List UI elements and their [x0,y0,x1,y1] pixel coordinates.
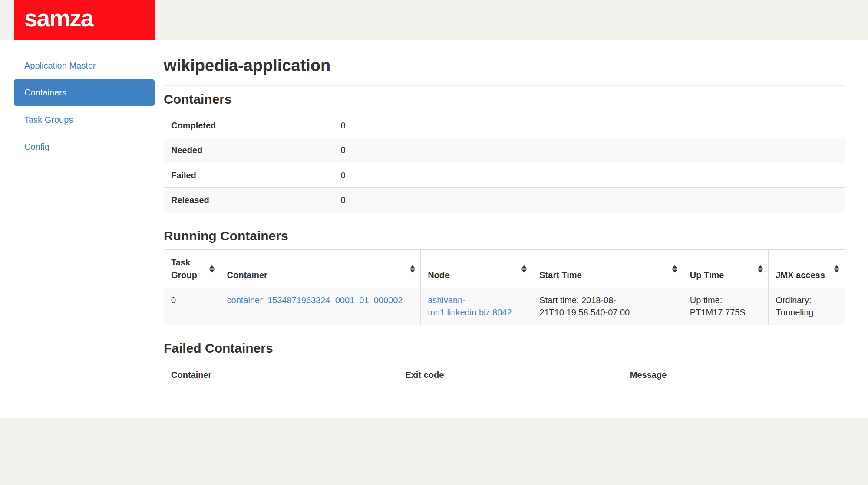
jmx-access-cell: Ordinary: Tunneling: [769,288,845,325]
containers-heading: Containers [164,92,845,107]
column-header-label: Container [227,270,267,280]
sort-icon [410,265,415,272]
summary-value-needed: 0 [333,138,845,163]
sort-icon [758,265,763,272]
sidebar-item-containers[interactable]: Containers [14,79,155,105]
table-row: Needed 0 [164,138,845,163]
summary-label-failed: Failed [164,163,333,187]
samza-logo[interactable]: samza [14,0,155,40]
container-link[interactable]: container_1534871963324_0001_01_000002 [227,295,403,305]
top-bar: samza [0,0,868,40]
page-footer [0,418,868,485]
content: wikipedia-application Containers Complet… [164,52,845,418]
summary-value-released: 0 [333,188,845,213]
table-row: Released 0 [164,188,845,213]
column-header-jmx-access[interactable]: JMX access [769,250,845,288]
node-cell: ashivann-mn1.linkedin.biz:8042 [421,288,532,325]
containers-summary-table: Completed 0 Needed 0 Failed 0 Released 0 [164,113,845,213]
table-header-row: Container Exit code Message [164,362,845,388]
failed-containers-table: Container Exit code Message [164,362,845,388]
column-header-label: Task Group [171,258,197,279]
table-row: Completed 0 [164,113,845,138]
column-header-task-group[interactable]: Task Group [164,250,220,288]
column-header-container[interactable]: Container [220,250,421,288]
table-row: Failed 0 [164,163,845,187]
summary-value-completed: 0 [333,113,845,138]
summary-label-released: Released [164,188,333,213]
column-header-up-time[interactable]: Up Time [683,250,769,288]
page-title: wikipedia-application [164,56,845,76]
summary-value-failed: 0 [333,163,845,187]
sidebar-item-task-groups[interactable]: Task Groups [14,107,155,133]
column-header-node[interactable]: Node [421,250,532,288]
sidebar-item-application-master[interactable]: Application Master [14,52,155,79]
running-container-row: 0 container_1534871963324_0001_01_000002… [164,288,845,325]
samza-logo-text: samza [14,7,93,34]
column-header-start-time[interactable]: Start Time [532,250,683,288]
sort-icon [672,265,677,272]
failed-containers-heading: Failed Containers [164,341,845,356]
sidebar-item-config[interactable]: Config [14,134,155,160]
column-header-exit-code: Exit code [398,362,623,388]
sidebar: Application Master Containers Task Group… [14,52,155,418]
running-containers-heading: Running Containers [164,229,845,244]
running-containers-table: Task Group Container Node Start Time [164,249,845,325]
task-group-cell: 0 [164,288,220,325]
main-area: Application Master Containers Task Group… [0,40,868,418]
page-header: wikipedia-application [164,56,845,86]
column-header-message: Message [623,362,845,388]
sort-icon [834,265,839,272]
column-header-label: Start Time [539,270,581,280]
node-link[interactable]: ashivann-mn1.linkedin.biz:8042 [428,295,512,317]
summary-label-completed: Completed [164,113,333,138]
table-header-row: Task Group Container Node Start Time [164,250,845,288]
sort-icon [521,265,527,272]
container-cell: container_1534871963324_0001_01_000002 [220,288,421,325]
column-header-label: Node [428,270,449,280]
start-time-cell: Start time: 2018-08-21T10:19:58.540-07:0… [532,288,683,325]
up-time-cell: Up time: PT1M17.775S [683,288,769,325]
sort-icon [209,265,215,272]
summary-label-needed: Needed [164,138,333,163]
column-header-label: JMX access [776,270,825,280]
column-header-label: Up Time [690,270,724,280]
column-header-failed-container: Container [164,362,398,388]
